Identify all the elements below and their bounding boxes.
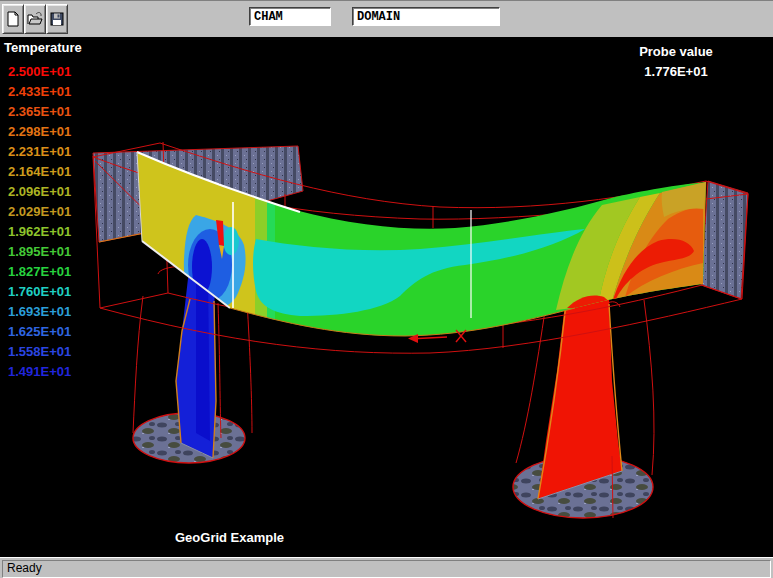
open-folder-icon bbox=[27, 11, 43, 27]
toolbar bbox=[0, 0, 773, 37]
probe-readout: Probe value 1.776E+01 bbox=[635, 42, 717, 82]
legend-entry: 1.625E+01 bbox=[8, 322, 71, 342]
legend-entry: 1.962E+01 bbox=[8, 222, 71, 242]
save-file-button[interactable] bbox=[46, 4, 68, 34]
legend-entry: 2.433E+01 bbox=[8, 82, 71, 102]
legend-entry: 2.231E+01 bbox=[8, 142, 71, 162]
status-message: Ready bbox=[2, 560, 771, 578]
blank-page-icon bbox=[5, 11, 21, 27]
legend-entry: 1.491E+01 bbox=[8, 362, 71, 382]
probe-value: 1.776E+01 bbox=[635, 62, 717, 82]
legend-entry: 1.827E+01 bbox=[8, 262, 71, 282]
cfd-scene bbox=[0, 37, 773, 557]
open-file-button[interactable] bbox=[24, 4, 46, 34]
legend-entry: 2.298E+01 bbox=[8, 122, 71, 142]
legend-title: Temperature bbox=[4, 40, 82, 55]
scene-caption: GeoGrid Example bbox=[175, 530, 284, 545]
legend-entry: 1.558E+01 bbox=[8, 342, 71, 362]
legend-entry: 1.760E+01 bbox=[8, 282, 71, 302]
legend-entry: 2.096E+01 bbox=[8, 182, 71, 202]
legend-entry: 2.365E+01 bbox=[8, 102, 71, 122]
viewport-3d[interactable]: Temperature 2.500E+012.433E+012.365E+012… bbox=[0, 37, 773, 557]
legend-entry: 1.693E+01 bbox=[8, 302, 71, 322]
legend-entry: 2.029E+01 bbox=[8, 202, 71, 222]
cham-field[interactable] bbox=[249, 7, 331, 26]
new-file-button[interactable] bbox=[2, 4, 24, 34]
probe-label: Probe value bbox=[635, 42, 717, 62]
app-window: Temperature 2.500E+012.433E+012.365E+012… bbox=[0, 0, 773, 578]
right-leg bbox=[513, 296, 654, 518]
legend-entry: 2.500E+01 bbox=[8, 62, 71, 82]
legend-entries: 2.500E+012.433E+012.365E+012.298E+012.23… bbox=[8, 62, 71, 382]
legend-entry: 2.164E+01 bbox=[8, 162, 71, 182]
legend-entry: 1.895E+01 bbox=[8, 242, 71, 262]
status-bar: Ready bbox=[0, 557, 773, 578]
floppy-disk-icon bbox=[49, 11, 65, 27]
domain-field[interactable] bbox=[352, 7, 500, 26]
hot-plume bbox=[538, 296, 622, 499]
